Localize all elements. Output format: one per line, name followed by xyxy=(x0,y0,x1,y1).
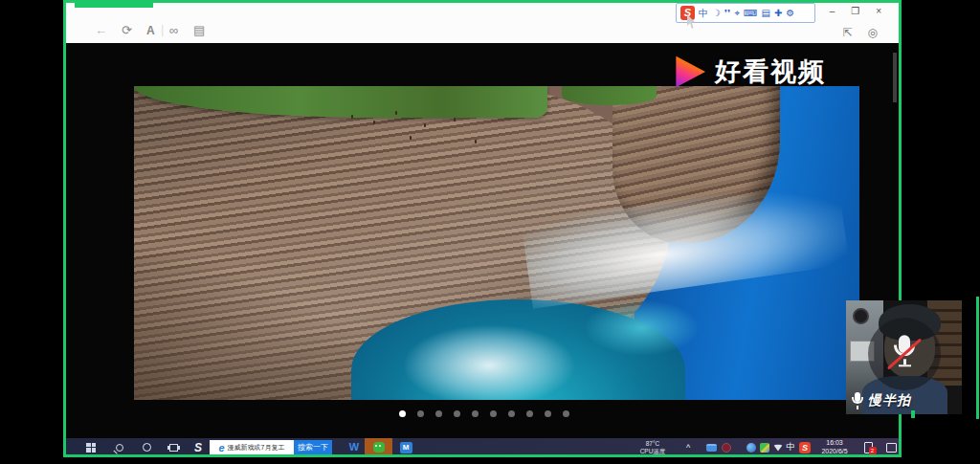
webcam-app-label: 慢半拍 xyxy=(851,392,911,409)
video-frame[interactable] xyxy=(134,86,859,400)
search-icon xyxy=(116,444,123,452)
wechat-icon xyxy=(373,442,385,453)
skin-icon[interactable]: ✚ xyxy=(774,8,782,19)
recording-frame-corner xyxy=(75,0,153,8)
taskbar: S e 漫威新戏或7月复工 搜索一下 W M 87°C CPU温度 ^ 中 S … xyxy=(66,438,899,456)
task-view-button[interactable] xyxy=(164,438,183,456)
sogou-pinned-app[interactable]: S xyxy=(189,438,208,456)
wrench-icon[interactable]: ⚙ xyxy=(786,8,794,19)
browser-toolbar: ← ⟳ A | ∞ ▤ – ❐ × ⇱ ◎ S 中☽❜❜⌖⌨▤✚⚙ xyxy=(66,3,899,43)
carousel-dots xyxy=(399,410,569,417)
carousel-dot[interactable] xyxy=(526,410,533,417)
recorder-tray-icon xyxy=(722,443,731,453)
carousel-dot[interactable] xyxy=(435,410,442,417)
start-button[interactable] xyxy=(81,438,100,456)
person-on-cliff xyxy=(475,140,477,144)
minimize-button[interactable]: – xyxy=(830,6,835,16)
haokan-brand-text: 好看视频 xyxy=(715,55,826,89)
window-controls: – ❐ × xyxy=(830,6,881,16)
toolbar-secondary: ⇱ ◎ xyxy=(842,26,878,39)
clipboard-icon[interactable]: ▤ xyxy=(762,8,770,19)
task-view-icon xyxy=(169,444,178,452)
carousel-dot[interactable] xyxy=(399,410,406,417)
clock-time: 16:03 xyxy=(826,439,843,448)
tray-keyboard-app[interactable] xyxy=(703,438,719,456)
carousel-dot[interactable] xyxy=(545,410,551,417)
notification-badge: 2 xyxy=(869,447,877,454)
wall-clock xyxy=(853,308,869,324)
link-button[interactable]: ∞ xyxy=(169,24,178,37)
mic-icon[interactable]: ⌖ xyxy=(734,8,740,19)
taskbar-search-box[interactable]: e 漫威新戏或7月复工 xyxy=(210,440,294,454)
carousel-dot[interactable] xyxy=(563,410,569,417)
save-card-button[interactable]: ▤ xyxy=(193,24,205,37)
moon-icon[interactable]: ☽ xyxy=(712,8,721,19)
search-suggestion-text: 漫威新戏或7月复工 xyxy=(228,443,285,453)
taskbar-item-wechat[interactable] xyxy=(365,438,392,456)
person-on-cliff xyxy=(373,121,375,124)
keyboard-icon[interactable]: ⌨ xyxy=(744,8,757,19)
wave-foam-bottom xyxy=(402,324,576,400)
restore-button[interactable]: ❐ xyxy=(851,6,859,16)
phone-icon: 2 xyxy=(864,442,873,453)
quotes-icon[interactable]: ❜❜ xyxy=(724,8,730,19)
taskbar-clock[interactable]: 16:03 2020/6/5 xyxy=(814,438,855,456)
search-go-button[interactable]: 搜索一下 xyxy=(294,440,332,454)
cortana-icon xyxy=(143,443,151,452)
wps-icon: W xyxy=(349,441,359,453)
sogou-tray-icon: S xyxy=(799,442,811,453)
running-indicator xyxy=(398,454,413,456)
chinese-mode-indicator[interactable]: 中 xyxy=(699,8,708,19)
tray-sogou[interactable]: S xyxy=(797,438,813,456)
back-button[interactable]: ← xyxy=(95,24,107,37)
share-button[interactable]: ⇱ xyxy=(842,26,852,39)
action-center-button[interactable] xyxy=(881,438,901,456)
webcam-app-name: 慢半拍 xyxy=(868,392,911,409)
windows-logo-icon xyxy=(86,443,96,453)
notification-tray-item[interactable]: 2 xyxy=(858,438,878,456)
color-app-tray-icon xyxy=(760,443,769,453)
refresh-button[interactable]: ⟳ xyxy=(122,24,132,37)
carousel-dot[interactable] xyxy=(490,410,497,417)
toolbar-divider: | xyxy=(161,23,164,36)
taskbar-search-button[interactable] xyxy=(110,438,129,456)
mic-small-icon xyxy=(851,392,864,409)
tray-expand-button[interactable]: ^ xyxy=(680,438,696,456)
taskbar-item-wps[interactable]: W xyxy=(344,438,365,456)
ime-icons: 中☽❜❜⌖⌨▤✚⚙ xyxy=(699,8,794,19)
taskbar-item-app[interactable]: M xyxy=(395,438,416,456)
haokan-play-logo-icon xyxy=(673,55,705,88)
cortana-button[interactable] xyxy=(137,438,156,456)
scrollbar-thumb[interactable] xyxy=(893,53,897,102)
wifi-icon xyxy=(773,444,783,452)
globe-tray-icon xyxy=(746,443,756,453)
haokan-watermark: 好看视频 xyxy=(673,55,826,89)
keyboard-tray-icon xyxy=(706,444,717,452)
sogou-ime-toolbar[interactable]: S 中☽❜❜⌖⌨▤✚⚙ xyxy=(676,3,815,23)
recording-edge-accent xyxy=(976,297,979,419)
mic-muted-indicator xyxy=(868,318,941,390)
carousel-dot[interactable] xyxy=(417,410,424,417)
running-indicator xyxy=(346,454,362,456)
carousel-dot[interactable] xyxy=(454,410,460,417)
webcam-overlay[interactable]: 慢半拍 xyxy=(846,300,962,414)
carousel-dot[interactable] xyxy=(508,410,515,417)
more-options-button[interactable]: ◎ xyxy=(868,26,878,39)
close-button[interactable]: × xyxy=(876,6,881,16)
app-m-icon: M xyxy=(400,442,412,453)
person-on-cliff xyxy=(395,111,397,115)
ime-mode-indicator[interactable]: 中 xyxy=(784,438,797,456)
cpu-temperature: 87°C CPU温度 xyxy=(632,438,674,456)
carousel-dot[interactable] xyxy=(472,410,479,417)
action-center-icon xyxy=(886,443,897,453)
font-size-button[interactable]: A xyxy=(146,24,155,37)
clock-date: 2020/6/5 xyxy=(821,448,847,456)
tray-recorder-app[interactable] xyxy=(719,438,734,456)
recording-edge-tick xyxy=(911,410,915,418)
ie-browser-icon: e xyxy=(218,442,224,453)
turquoise-highlight xyxy=(584,299,700,356)
vegetation-patch xyxy=(562,86,657,105)
person-on-cliff xyxy=(454,118,456,122)
